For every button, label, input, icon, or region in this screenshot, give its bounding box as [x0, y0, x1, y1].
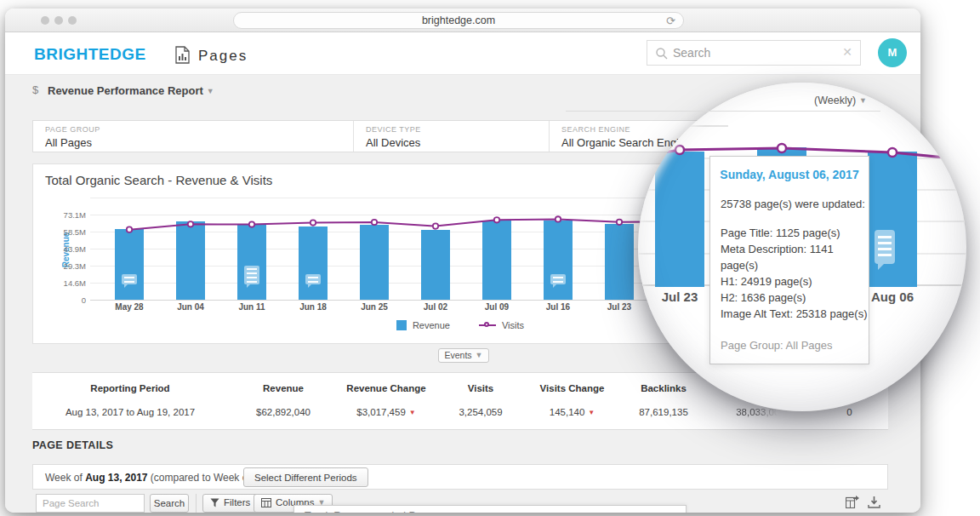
x-tick-label: Jun 11	[225, 302, 279, 312]
x-tick-label: Jul 09	[470, 302, 524, 312]
filter-label: PAGE GROUP	[45, 125, 100, 134]
chart-title: Total Organic Search - Revenue & Visits	[45, 173, 272, 187]
summary-header-cell: Revenue Change	[339, 383, 434, 393]
x-tick-label: Jul 16	[531, 302, 585, 312]
x-tick-label: Jul 23	[592, 302, 647, 312]
funnel-icon	[210, 498, 219, 509]
legend-item-revenue[interactable]: Revenue	[396, 320, 450, 330]
summary-value-cell: Aug 13, 2017 to Aug 19, 2017	[32, 407, 228, 417]
filter-page-group[interactable]: PAGE GROUP All Pages	[33, 121, 354, 152]
pages-report-icon	[175, 46, 190, 67]
summary-header-cell: Visits	[434, 383, 527, 393]
chevron-up-icon: ▲	[662, 506, 670, 513]
global-search-box[interactable]: ✕	[647, 40, 861, 66]
chart-tooltip: Sunday, August 06, 2017 25738 page(s) we…	[709, 156, 869, 364]
browser-chrome: brightedge.com ⟳	[5, 9, 920, 32]
tooltip-item: H2: 1636 page(s)	[721, 290, 869, 306]
y-tick-label: 73.1M	[48, 210, 86, 220]
y-tick-label: 43.9M	[48, 244, 86, 254]
magnifier-lens: ngines Jul 23 Aug 06 Sunday, August 06, …	[638, 83, 966, 411]
summary-value-cell: 87,619,135	[617, 407, 710, 417]
summary-value-cell: $62,892,040	[228, 407, 339, 417]
tooltip-item: Meta Description: 1141 page(s)	[721, 241, 869, 273]
user-avatar[interactable]: M	[878, 38, 907, 67]
columns-grid-icon	[261, 498, 271, 509]
brightedge-logo[interactable]: BRIGHTEDGE	[34, 45, 146, 64]
tooltip-summary: 25738 page(s) were updated:	[721, 198, 869, 210]
window-zoom-button[interactable]	[68, 16, 77, 25]
filter-value: All Pages	[45, 136, 92, 149]
y-tick-label: 29.3M	[48, 261, 86, 271]
select-different-periods-button[interactable]: Select Different Periods	[243, 467, 368, 487]
frequency-selector-border	[566, 111, 880, 112]
filter-label: SEARCH ENGINE	[561, 125, 630, 134]
tooltip-item: H1: 24919 page(s)	[721, 273, 869, 290]
summary-header-cell: Backlinks	[617, 383, 710, 393]
summary-value-cell: $3,017,459	[339, 407, 434, 417]
report-selector[interactable]: Revenue Performance Report▼	[48, 84, 214, 97]
page-search-input[interactable]	[36, 494, 145, 513]
summary-header-cell: Visits Change	[527, 383, 617, 393]
export-table-icon[interactable]	[846, 496, 859, 512]
filter-value: All Devices	[366, 136, 420, 149]
refresh-icon[interactable]: ⟳	[666, 14, 675, 29]
x-tick-label: Jun 25	[347, 302, 402, 312]
x-tick-label: May 28	[102, 302, 157, 312]
tooltip-item: Page Title: 1125 page(s)	[721, 225, 869, 241]
y-tick-label: 0	[48, 295, 86, 305]
tooltip-update-list: Page Title: 1125 page(s)Meta Description…	[721, 225, 869, 322]
visits-swatch	[479, 324, 496, 326]
y-tick-label: 14.6M	[48, 278, 86, 288]
x-tick-label: Jul 02	[408, 302, 463, 312]
summary-value-cell: 3,254,059	[434, 407, 527, 417]
filter-label: DEVICE TYPE	[366, 125, 421, 134]
window-close-button[interactable]	[41, 16, 49, 25]
clear-search-icon[interactable]: ✕	[842, 45, 852, 59]
summary-table-value-row: Aug 13, 2017 to Aug 19, 2017$62,892,040$…	[32, 407, 888, 417]
legend-item-visits[interactable]: Visits	[479, 320, 524, 330]
page-title: Pages	[198, 48, 248, 65]
summary-value-cell: 145,140	[527, 407, 617, 417]
chevron-down-icon: ▼	[859, 96, 867, 105]
toolbar-divider	[196, 494, 197, 513]
screenshot-canvas: { "browser": { "url": "brightedge.com" }…	[0, 0, 980, 516]
window-minimize-button[interactable]	[54, 16, 63, 25]
tooltip-page-group: Page Group: All Pages	[721, 339, 833, 352]
columns-open-menu[interactable]: Track Recommended Pages ▲	[293, 505, 687, 513]
search-input[interactable]	[673, 42, 830, 64]
page-details-title: PAGE DETAILS	[32, 439, 113, 451]
legend-label: Visits	[502, 320, 524, 330]
y-tick-label: 58.5M	[48, 227, 86, 237]
tooltip-item: Image Alt Text: 25318 page(s)	[721, 306, 869, 322]
revenue-swatch	[396, 320, 407, 330]
week-selector-bar: Week of Aug 13, 2017 (compared to Week o…	[32, 464, 888, 490]
page-search-button[interactable]: Search	[150, 494, 189, 513]
x-tick-label: Jun 18	[286, 302, 340, 312]
address-bar[interactable]: brightedge.com ⟳	[233, 12, 684, 29]
frequency-selector[interactable]: (Weekly)▼	[814, 95, 867, 106]
search-icon	[655, 47, 669, 64]
events-dropdown-button[interactable]: Events▼	[438, 348, 489, 363]
chevron-down-icon: ▼	[476, 351, 483, 359]
chevron-down-icon: ▼	[207, 87, 214, 95]
legend-label: Revenue	[413, 320, 450, 330]
magnifier-content: ngines Jul 23 Aug 06 Sunday, August 06, …	[638, 83, 966, 411]
x-tick-label: Jun 04	[163, 302, 218, 312]
download-icon[interactable]	[868, 496, 880, 512]
tooltip-date-title: Sunday, August 06, 2017	[710, 168, 869, 181]
summary-header-cell: Revenue	[228, 383, 339, 393]
revenue-dollar-icon: $	[32, 83, 38, 96]
url-text: brightedge.com	[234, 13, 683, 28]
app-header: BRIGHTEDGE Pages ✕ M	[5, 32, 920, 75]
summary-header-cell: Reporting Period	[32, 383, 228, 393]
menu-item-label: Track Recommended Pages	[305, 510, 439, 513]
filter-device-type[interactable]: DEVICE TYPE All Devices	[354, 121, 550, 152]
